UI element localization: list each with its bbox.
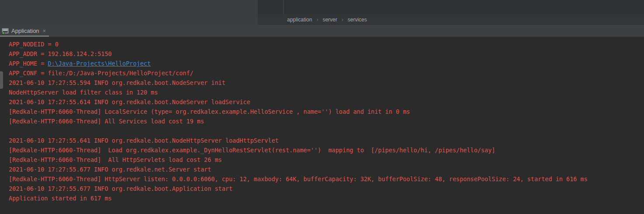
log-line: 2021-06-10 17:27:55.594 INFO org.redkale… [9,78,644,88]
console-output: APP_NODEID = 0APP_ADDR = 192.168.124.2:5… [9,39,644,203]
log-text: Application started in 617 ms [9,195,112,202]
breadcrumb-separator-icon: › [342,17,343,23]
breadcrumb-item-services[interactable]: services [348,17,367,23]
close-icon[interactable]: × [42,28,47,34]
editor-pane-left [0,0,258,25]
log-line [9,126,644,136]
log-text: 2021-06-10 17:27:55.614 INFO org.redkale… [9,98,250,105]
log-line: NodeHttpServer load filter class in 120 … [9,88,644,97]
scrollbar-thumb[interactable] [0,71,3,89]
breadcrumb-item-application[interactable]: application [287,17,312,23]
log-text: APP_ADDR = 192.168.124.2:5150 [9,50,112,57]
console-panel: APP_NODEID = 0APP_ADDR = 192.168.124.2:5… [0,37,644,214]
breadcrumb-item-server[interactable]: server [322,17,337,23]
log-line: APP_ADDR = 192.168.124.2:5150 [9,49,644,59]
run-toolwindow-tab-bar: Application × [0,25,644,37]
log-line: 2021-06-10 17:27:55.641 INFO org.redkale… [9,136,644,145]
tab-application[interactable]: Application × [0,25,50,37]
log-line: [Redkale-HTTP:6060-Thread] HttpServer li… [9,174,644,184]
tab-label: Application [11,28,39,34]
log-text: [Redkale-HTTP:6060-Thread] All Services … [9,118,204,125]
editor-pane-right [258,0,644,14]
breadcrumb-separator-icon: › [316,17,318,23]
log-line: [Redkale-HTTP:6060-Thread] All HttpServl… [9,155,644,165]
log-line: Application started in 617 ms [9,193,644,203]
log-line: APP_NODEID = 0 [9,39,644,49]
log-text: 2021-06-10 17:27:55.641 INFO org.redkale… [9,137,279,144]
log-text: NodeHttpServer load filter class in 120 … [9,89,158,96]
log-line: [Redkale-HTTP:6060-Thread] LocalService … [9,107,644,116]
editor-split-divider [283,0,284,14]
log-line: 2021-06-10 17:27:55.677 INFO org.redkale… [9,184,644,193]
log-text: 2021-06-10 17:27:55.677 INFO org.redkale… [9,185,232,192]
log-line: [Redkale-HTTP:6060-Thread] All Services … [9,116,644,126]
log-line: 2021-06-10 17:27:55.677 INFO org.redkale… [9,165,644,174]
log-text: [Redkale-HTTP:6060-Thread] Load org.redk… [9,147,495,154]
log-line: [Redkale-HTTP:6060-Thread] Load org.redk… [9,145,644,155]
log-text: [Redkale-HTTP:6060-Thread] HttpServer li… [9,175,588,182]
log-text: APP_CONF = file:/D:/Java-Projects/HelloP… [9,70,194,77]
log-text: 2021-06-10 17:27:55.594 INFO org.redkale… [9,79,225,86]
log-line: APP_CONF = file:/D:/Java-Projects/HelloP… [9,68,644,78]
run-console-icon [2,28,9,35]
log-line: 2021-06-10 17:27:55.614 INFO org.redkale… [9,97,644,107]
log-text: APP_HOME = [9,60,48,67]
log-text: [Redkale-HTTP:6060-Thread] All HttpServl… [9,156,222,163]
log-text: 2021-06-10 17:27:55.677 INFO org.redkale… [9,166,211,173]
file-path-link[interactable]: D:\Java-Projects\HelloProject [48,60,151,67]
log-text: [Redkale-HTTP:6060-Thread] LocalService … [9,108,410,115]
breadcrumb: application › server › services [258,14,644,25]
log-text: APP_NODEID = 0 [9,41,59,48]
log-line: APP_HOME = D:\Java-Projects\HelloProject [9,59,644,68]
